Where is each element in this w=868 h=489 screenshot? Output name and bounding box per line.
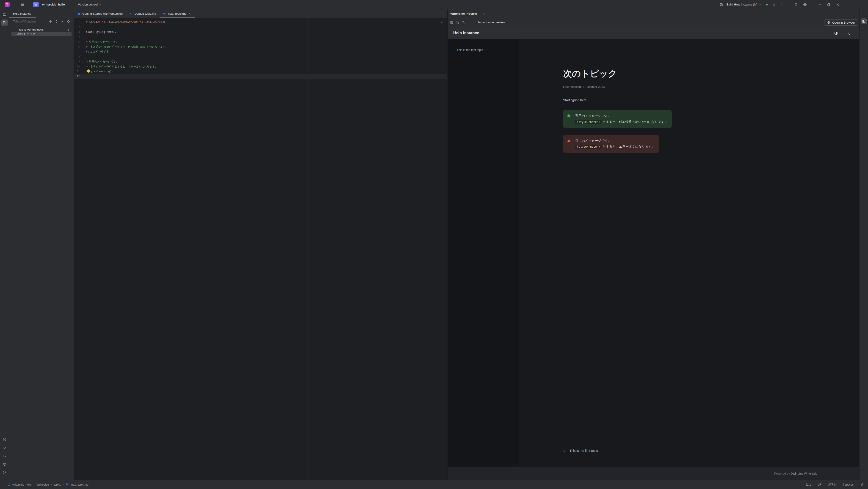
- article-title: 次のトピック: [563, 68, 859, 80]
- vcs-widget[interactable]: Version control: [77, 2, 102, 7]
- main-menu-icon[interactable]: [21, 3, 25, 6]
- close-tab-icon[interactable]: [188, 12, 191, 15]
- stacked-pages-icon: [3, 21, 6, 25]
- editor-line[interactable]: 2: [74, 25, 447, 30]
- project-icon: [7, 483, 10, 486]
- chevron-down-icon: [66, 3, 69, 6]
- status-segment[interactable]: LF: [818, 483, 821, 486]
- editor-body[interactable]: 1# &#27425;&#12398;&#12488;&#12500;&#124…: [74, 18, 447, 480]
- run-config-icon: [719, 3, 723, 6]
- breadcrumb-item[interactable]: Writerside: [36, 483, 49, 486]
- markdown-file-icon: M↓: [66, 484, 69, 486]
- web-sidebar: This is the first topic: [448, 39, 519, 467]
- git-tool-icon[interactable]: [1, 469, 8, 476]
- toc-item[interactable]: 次のトピック: [11, 32, 71, 36]
- breadcrumb-item[interactable]: writerside_hello: [12, 483, 31, 486]
- editor-tab[interactable]: Getting Started with Writerside: [74, 9, 126, 18]
- preview-status-text: No errors in preview: [478, 21, 505, 24]
- site-search-icon[interactable]: [846, 31, 850, 35]
- run-config-selector[interactable]: Build Help Instance (hi): [726, 3, 762, 6]
- editor-tab-bar: Getting Started with WritersideM↓Default…: [74, 9, 447, 18]
- breadcrumb-separator: ›: [51, 483, 52, 486]
- run-outline-icon: [3, 446, 6, 450]
- preview-search-icon[interactable]: [461, 21, 465, 24]
- search-everywhere-icon[interactable]: [794, 3, 798, 6]
- settings-gear-icon[interactable]: [803, 3, 807, 6]
- add-topic-icon[interactable]: [49, 20, 52, 23]
- expand-collapse-icon[interactable]: [55, 20, 58, 23]
- editor-line[interactable]: 8: [74, 54, 447, 59]
- intention-bulb-icon[interactable]: [87, 69, 90, 72]
- toc-item[interactable]: This is the first topic: [11, 28, 71, 32]
- editor-line[interactable]: 12: [74, 74, 447, 79]
- problems-tool-icon[interactable]: [1, 461, 8, 467]
- close-icon[interactable]: [483, 12, 485, 15]
- editor-line[interactable]: 3Start typing here...: [74, 30, 447, 35]
- line-text: {style="warning"}: [80, 69, 447, 74]
- preview-tool-icon[interactable]: [861, 18, 867, 24]
- services-tool-icon[interactable]: [1, 436, 8, 443]
- line-number: 9: [74, 59, 80, 64]
- help-instance-tool-window: Help Instance Table of Contents This is …: [9, 9, 74, 480]
- run-button[interactable]: [765, 3, 769, 6]
- line-number: 6: [74, 44, 80, 50]
- more-actions-icon[interactable]: [779, 3, 783, 6]
- editor-line[interactable]: 10> `{style="note"}`とすると、エラーぽくになります。: [74, 64, 447, 69]
- window-close-button[interactable]: [836, 3, 840, 6]
- line-number: 8: [74, 54, 80, 59]
- note-admonition: 引用のメッセージです。{style="note"} とすると、付加情報っぽいやつ…: [563, 110, 672, 128]
- status-segment[interactable]: 4 spaces: [842, 483, 854, 486]
- copy-page-icon[interactable]: [456, 21, 459, 24]
- more-tools-icon[interactable]: [1, 28, 8, 34]
- split-layout-icon[interactable]: [450, 21, 454, 24]
- terminal-tool-icon[interactable]: [1, 453, 8, 459]
- preview-tab[interactable]: Writerside Preview: [448, 9, 859, 18]
- editor-line[interactable]: 6> `{style="note"}`とすると、付加情報っぽいやつになります。: [74, 44, 447, 50]
- window-minimize-button[interactable]: [818, 3, 822, 6]
- theme-toggle-icon[interactable]: [834, 31, 838, 35]
- editor-line[interactable]: 4: [74, 35, 447, 40]
- back-link[interactable]: This is the first topic: [563, 449, 598, 453]
- inline-code-chip: {style="note"}: [575, 120, 601, 124]
- editor-line[interactable]: 11{style="warning"}: [74, 69, 447, 74]
- admonition-text: 引用のメッセージです。{style="note"} とすると、付加情報っぽいやつ…: [575, 113, 668, 125]
- preview-web-page: Help Instance This is the first topic 次の…: [448, 27, 859, 480]
- writerside-tool-icon[interactable]: [1, 20, 8, 26]
- project-tool-icon[interactable]: [1, 11, 8, 18]
- tool-window-header[interactable]: Help Instance: [9, 9, 73, 18]
- web-sidebar-item[interactable]: This is the first topic: [448, 48, 519, 52]
- breadcrumb-item[interactable]: topics: [54, 483, 61, 486]
- line-text: [80, 54, 447, 59]
- writerside-link[interactable]: JetBrains Writerside: [791, 472, 817, 475]
- line-number: 3: [74, 30, 80, 35]
- window-maximize-button[interactable]: [827, 3, 831, 6]
- run-tool-icon[interactable]: [1, 445, 8, 451]
- editor-line[interactable]: 1# &#27425;&#12398;&#12488;&#12500;&#124…: [74, 20, 447, 25]
- locate-file-icon[interactable]: [67, 20, 70, 23]
- toc-toolbar: Table of Contents: [9, 18, 73, 25]
- line-text: > 引用のメッセージです。: [80, 39, 447, 44]
- close-panel-icon[interactable]: [61, 20, 64, 23]
- titlebar: W writerside_hello Version control Build…: [0, 0, 868, 9]
- breadcrumb-item[interactable]: next_topic.md: [71, 483, 89, 486]
- editor-line[interactable]: 9> 引用のメッセージです。: [74, 59, 447, 64]
- project-widget[interactable]: writerside_hello: [41, 2, 70, 7]
- editor-line[interactable]: 7{style="note"}: [74, 49, 447, 54]
- editor-tab[interactable]: M↓Default-topic.md: [126, 9, 160, 18]
- status-bar: writerside_hello›Writerside›topics›M↓nex…: [0, 480, 868, 489]
- project-logo-badge: W: [33, 2, 39, 7]
- editor-tab[interactable]: M↓next_topic.md: [160, 9, 195, 18]
- vcs-label: Version control: [78, 3, 98, 6]
- open-in-browser-button[interactable]: Open in Browser: [824, 19, 858, 26]
- site-title: Help Instance: [453, 31, 479, 35]
- terminal-icon: [3, 454, 6, 458]
- left-tool-rail: [0, 9, 9, 480]
- editor-line[interactable]: 5> 引用のメッセージです。: [74, 39, 447, 44]
- titlebar-right-actions: Build Help Instance (hi): [719, 3, 868, 6]
- lock-open-icon[interactable]: [861, 483, 864, 486]
- services-icon: [3, 438, 6, 441]
- line-number: 5: [74, 39, 80, 44]
- status-segment[interactable]: UTF-8: [828, 483, 836, 486]
- status-segment[interactable]: 12:1: [806, 483, 811, 486]
- debug-button[interactable]: [772, 3, 776, 6]
